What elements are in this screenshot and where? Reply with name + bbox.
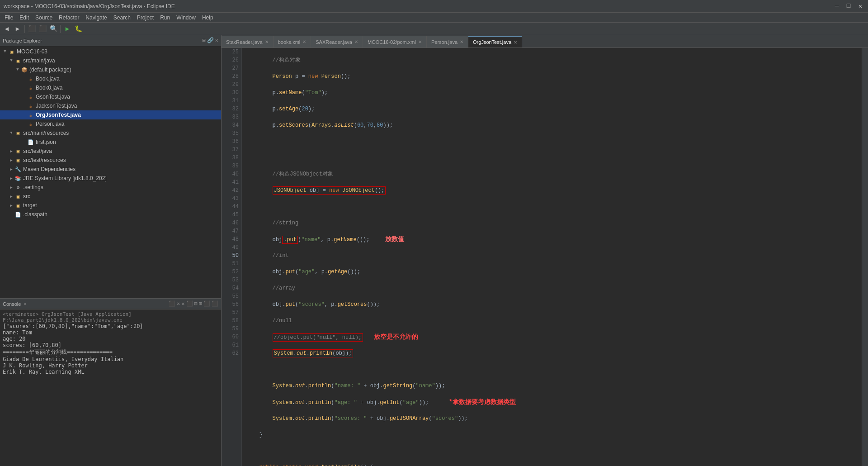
console-icon-3[interactable]: ✕ — [181, 300, 184, 307]
package-explorer-header: Package Explorer ⊟ 🔗 ✕ — [0, 35, 221, 46]
menu-item-project[interactable]: Project — [134, 14, 156, 22]
console-icon-6[interactable]: ⊞ — [199, 300, 202, 307]
tree-arrow: ▶ — [8, 175, 14, 181]
code-line-37: //int — [246, 252, 857, 260]
toolbar-btn-2[interactable]: ▶ — [13, 24, 23, 34]
collapse-icon[interactable]: ⊟ — [203, 37, 206, 44]
tab-close-icon[interactable]: ✕ — [418, 39, 422, 44]
console-close-icon[interactable]: ✕ — [24, 301, 26, 307]
tab-books-xml[interactable]: books.xml ✕ — [274, 36, 311, 48]
menu-item-help[interactable]: Help — [199, 14, 216, 22]
code-line-48: } — [246, 431, 857, 439]
tab-close-icon[interactable]: ✕ — [302, 39, 306, 44]
tree-label: MOOC16-03 — [17, 48, 47, 55]
tree-item-firstjson[interactable]: 📄 first.json — [0, 138, 221, 147]
tree-item-settings[interactable]: ▶ ⚙ .settings — [0, 183, 221, 192]
menu-item-navigate[interactable]: Navigate — [83, 14, 109, 22]
tab-close-icon[interactable]: ✕ — [354, 39, 358, 44]
close-button[interactable]: ✕ — [856, 2, 864, 10]
tree-item-srcmainjava[interactable]: ▼ ▣ src/main/java — [0, 56, 221, 65]
tree-arrow — [21, 85, 27, 91]
tree-item-jre[interactable]: ▶ 📚 JRE System Library [jdk1.8.0_202] — [0, 174, 221, 183]
toolbar-btn-4[interactable]: ⬛ — [38, 24, 47, 34]
toolbar-btn-1[interactable]: ◀ — [2, 24, 12, 34]
code-line-40: obj.put("scores", p.getScores()); — [246, 300, 857, 309]
console-line-5: ========华丽丽的分割线============== — [3, 348, 218, 356]
java-file-icon: ☕ — [27, 75, 34, 82]
console-line-8: Erik T. Ray, Learning XML — [3, 369, 218, 375]
tab-label: MOOC16-02/pom.xml — [368, 39, 416, 45]
tab-saxreader[interactable]: SAXReader.java ✕ — [311, 36, 363, 48]
tree-arrow: ▶ — [8, 157, 14, 163]
maximize-button[interactable]: □ — [844, 2, 853, 10]
tree-item-srcmainresources[interactable]: ▼ ▣ src/main/resources — [0, 128, 221, 138]
console-header: Console ✕ ⬛ ✕ ✕ ⬛ ⊟ ⊞ ⬛ ⬛ — [0, 299, 221, 309]
tree-arrow: ▶ — [8, 193, 14, 200]
tree-arrow — [8, 211, 14, 218]
menu-bar: FileEditSourceRefactorNavigateSearchProj… — [0, 13, 868, 23]
tree-label: first.json — [36, 139, 56, 145]
tab-close-icon[interactable]: ✕ — [460, 39, 463, 44]
tree-item-orgjsontest-java[interactable]: ☕ OrgJsonTest.java — [0, 110, 221, 119]
window-title: workspace - MOOC16-03/src/main/java/OrgJ… — [4, 3, 175, 10]
menu-item-source[interactable]: Source — [33, 14, 55, 22]
run-button[interactable]: ▶ — [62, 24, 72, 34]
debug-button[interactable]: 🐛 — [73, 24, 83, 34]
tree-item-book0-java[interactable]: ☕ Book0.java — [0, 83, 221, 92]
tab-person-java[interactable]: Person.java ✕ — [427, 36, 468, 48]
tab-label: SAXReader.java — [316, 39, 352, 45]
tree-item-mooc[interactable]: ▼ ▣ MOOC16-03 — [0, 47, 221, 56]
code-line-43: System.out.println(obj); — [246, 349, 857, 357]
console-icon-2[interactable]: ✕ — [177, 300, 180, 307]
pkg-close-icon[interactable]: ✕ — [215, 37, 218, 44]
folder-icon: ▣ — [8, 48, 15, 55]
tree-item-target[interactable]: ▶ ▣ target — [0, 201, 221, 210]
right-scrollbar[interactable] — [862, 48, 868, 466]
tab-close-icon[interactable]: ✕ — [265, 39, 269, 44]
console-icon-7[interactable]: ⬛ — [203, 300, 210, 307]
console-icon-1[interactable]: ⬛ — [169, 300, 175, 307]
code-line-31 — [246, 154, 857, 162]
code-line-26: Person p = new Person(); — [246, 72, 857, 81]
tree-item-gsontest-java[interactable]: ☕ GsonTest.java — [0, 92, 221, 101]
toolbar-btn-5[interactable]: 🔍 — [48, 24, 58, 34]
console-icon-5[interactable]: ⊟ — [194, 300, 198, 307]
settings-icon: ⚙ — [14, 184, 22, 191]
tree-item-srctestresources[interactable]: ▶ ▣ src/test/resources — [0, 156, 221, 165]
console-line-1: {"scores":[60,70,80],"name":"Tom","age":… — [3, 323, 218, 329]
tree-item-src[interactable]: ▶ ▣ src — [0, 192, 221, 201]
tree-item-book-java[interactable]: ☕ Book.java — [0, 74, 221, 83]
menu-item-file[interactable]: File — [2, 14, 16, 22]
tree-item-default-pkg[interactable]: ▼ 📦 (default package) — [0, 65, 221, 74]
console-icon-4[interactable]: ⬛ — [186, 300, 193, 307]
tab-pom-xml[interactable]: MOOC16-02/pom.xml ✕ — [363, 36, 427, 48]
console-icon-8[interactable]: ⬛ — [212, 300, 218, 307]
tree-item-srctestjava[interactable]: ▶ ▣ src/test/java — [0, 147, 221, 156]
tab-orgjsontest-java[interactable]: OrgJsonTest.java ✕ — [468, 36, 522, 48]
menu-item-search[interactable]: Search — [111, 14, 133, 22]
menu-item-refactor[interactable]: Refactor — [56, 14, 82, 22]
menu-item-window[interactable]: Window — [174, 14, 198, 22]
tab-close-icon[interactable]: ✕ — [514, 40, 517, 45]
tree-arrow: ▼ — [8, 130, 14, 136]
folder-icon: ▣ — [14, 202, 22, 209]
tab-staxreader[interactable]: StaxReader.java ✕ — [222, 36, 274, 48]
tree-label: src/test/resources — [23, 157, 66, 163]
package-explorer-icons: ⊟ 🔗 ✕ — [203, 37, 218, 44]
java-file-icon: ☕ — [27, 84, 34, 91]
minimize-button[interactable]: — — [833, 2, 841, 10]
tree-item-jacksontest-java[interactable]: ☕ JacksonTest.java — [0, 101, 221, 110]
tree-item-person-java[interactable]: ☕ Person.java — [0, 119, 221, 128]
tree-item-classpath[interactable]: 📄 .classpath — [0, 210, 221, 219]
java-file-icon: ☕ — [27, 102, 34, 109]
code-content[interactable]: //构造对象 Person p = new Person(); p.setNam… — [242, 48, 862, 466]
tab-label: books.xml — [278, 39, 301, 45]
menu-item-edit[interactable]: Edit — [17, 14, 32, 22]
java-file-icon: ☕ — [27, 120, 34, 128]
tree-arrow: ▼ — [2, 48, 8, 55]
package-icon: 📦 — [21, 66, 28, 73]
menu-item-run[interactable]: Run — [157, 14, 173, 22]
toolbar-btn-3[interactable]: ⬛ — [27, 24, 37, 34]
tree-item-maven-deps[interactable]: ▶ 🔧 Maven Dependencies — [0, 165, 221, 174]
link-icon[interactable]: 🔗 — [207, 37, 214, 44]
